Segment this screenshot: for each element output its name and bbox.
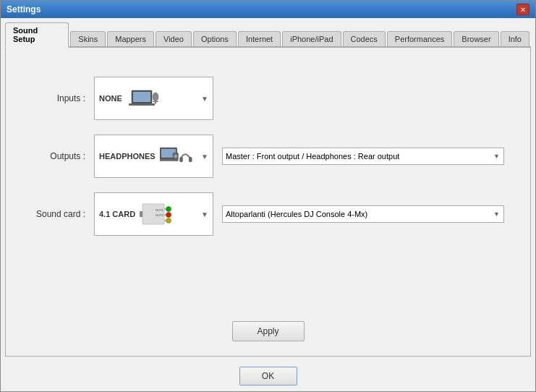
inputs-row: Inputs : NONE — [27, 77, 509, 120]
tab-skins[interactable]: Skins — [70, 31, 106, 46]
tab-mappers[interactable]: Mappers — [107, 31, 154, 46]
outputs-row: Outputs : HEADPHONES — [27, 135, 509, 178]
tab-browser[interactable]: Browser — [454, 31, 498, 46]
svg-rect-8 — [179, 157, 183, 162]
outputs-dropdown-arrow: ▼ — [201, 153, 208, 161]
soundcard-device-dropdown[interactable]: 4.1 CARD — [94, 192, 213, 236]
tab-sound-setup[interactable]: Sound Setup — [5, 22, 69, 48]
tab-performances[interactable]: Performances — [387, 31, 452, 46]
none-icon — [127, 85, 162, 112]
tab-video[interactable]: Video — [156, 31, 192, 46]
outputs-config-wrapper: Master : Front output / Headphones : Rea… — [222, 148, 504, 165]
tab-iphone-ipad[interactable]: iPhone/iPad — [282, 31, 341, 46]
svg-point-19 — [166, 218, 171, 223]
svg-point-12 — [174, 155, 176, 158]
svg-point-17 — [166, 213, 171, 218]
headphones-icon — [160, 142, 196, 170]
title-bar-controls: ✕ — [516, 4, 529, 15]
inputs-device-dropdown[interactable]: NONE — [94, 77, 213, 120]
soundcard-config-wrapper: Altoparlanti (Hercules DJ Console 4-Mx)D… — [222, 205, 504, 223]
settings-area: Inputs : NONE — [27, 62, 509, 307]
tab-internet[interactable]: Internet — [238, 31, 281, 46]
inputs-dropdown-arrow: ▼ — [201, 95, 208, 103]
outputs-config-select[interactable]: Master : Front output / Headphones : Rea… — [222, 148, 504, 165]
tab-info[interactable]: Info — [501, 31, 529, 46]
inputs-label: Inputs : — [27, 93, 85, 103]
soundcard-device-icon: OUT1 OUT2 — [140, 200, 176, 229]
tab-codecs[interactable]: Codecs — [343, 31, 386, 46]
svg-point-3 — [153, 93, 158, 101]
svg-rect-14 — [140, 211, 142, 217]
window-title: Settings — [7, 4, 41, 14]
window-body: Sound Setup Skins Mappers Video Options … — [1, 18, 535, 361]
svg-rect-1 — [133, 92, 150, 102]
ok-button[interactable]: OK — [239, 367, 297, 385]
card-icon: OUT1 OUT2 — [140, 200, 176, 228]
settings-window: Settings ✕ Sound Setup Skins Mappers Vid… — [0, 0, 536, 392]
title-bar: Settings ✕ — [1, 1, 535, 18]
soundcard-config-select[interactable]: Altoparlanti (Hercules DJ Console 4-Mx)D… — [222, 205, 504, 223]
svg-rect-9 — [189, 157, 192, 162]
outputs-device-dropdown[interactable]: HEADPHONES — [94, 135, 213, 178]
soundcard-label: Sound card : — [27, 209, 85, 219]
tab-options[interactable]: Options — [193, 31, 237, 46]
outputs-device-icon — [160, 142, 196, 171]
svg-rect-7 — [160, 160, 178, 161]
apply-button[interactable]: Apply — [232, 321, 305, 341]
soundcard-dropdown-arrow: ▼ — [201, 210, 208, 218]
svg-rect-2 — [129, 103, 155, 106]
inputs-device-label: NONE — [99, 94, 122, 103]
inputs-device-icon — [127, 84, 163, 113]
close-button[interactable]: ✕ — [516, 4, 529, 15]
ok-area: OK — [1, 361, 535, 391]
svg-point-15 — [166, 207, 171, 212]
soundcard-row: Sound card : 4.1 CARD — [27, 192, 509, 236]
outputs-device-label: HEADPHONES — [99, 152, 156, 161]
apply-area: Apply — [27, 321, 509, 341]
tab-content-sound-setup: Inputs : NONE — [5, 48, 531, 357]
soundcard-device-label: 4.1 CARD — [99, 210, 135, 218]
tabs-bar: Sound Setup Skins Mappers Video Options … — [5, 22, 531, 48]
svg-text:OUT2: OUT2 — [156, 213, 163, 217]
svg-text:OUT1: OUT1 — [156, 208, 163, 212]
outputs-label: Outputs : — [27, 151, 85, 161]
